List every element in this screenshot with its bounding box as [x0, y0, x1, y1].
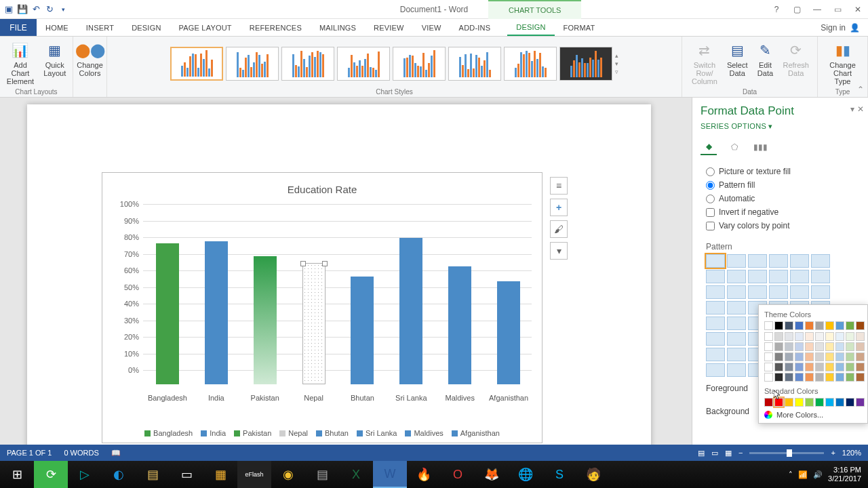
theme-shade-swatch[interactable]	[774, 352, 783, 361]
tray-chevron-icon[interactable]: ˄	[789, 470, 793, 479]
theme-shade-swatch[interactable]	[825, 342, 834, 351]
system-tray[interactable]: ˄ 📶 🔊 3:16 PM 3/21/2017	[782, 466, 868, 483]
theme-shade-swatch[interactable]	[825, 332, 834, 341]
close-button[interactable]: ✕	[848, 0, 868, 19]
chart-styles-more-icon[interactable]: ▴▾▿	[615, 52, 618, 75]
theme-shade-swatch[interactable]	[774, 363, 783, 371]
select-data-button[interactable]: ▤Select Data	[724, 39, 751, 87]
pattern-swatch[interactable]	[769, 254, 788, 268]
undo-icon[interactable]: ↶	[31, 5, 41, 14]
qat-dropdown-icon[interactable]: ▾	[58, 5, 68, 14]
taskbar-app-9[interactable]: ▤	[305, 461, 339, 488]
tab-addins[interactable]: ADD-INS	[450, 19, 500, 36]
theme-shade-swatch[interactable]	[785, 342, 793, 351]
chart-style-2[interactable]	[226, 47, 279, 81]
taskbar-word[interactable]: W	[373, 461, 407, 488]
theme-shade-swatch[interactable]	[795, 342, 804, 351]
invert-if-negative-checkbox[interactable]: Invert if negative	[706, 205, 854, 219]
chart-style-1[interactable]	[170, 47, 223, 81]
vary-colors-checkbox[interactable]: Vary colors by point	[706, 219, 854, 232]
bar-bhutan[interactable]	[351, 277, 374, 384]
theme-shade-swatch[interactable]	[805, 332, 814, 341]
pattern-swatch[interactable]	[706, 348, 725, 361]
picture-fill-radio[interactable]: Picture or texture fill	[706, 165, 854, 178]
theme-shade-swatch[interactable]	[764, 373, 773, 382]
taskbar-app-10[interactable]: 🔥	[407, 461, 441, 488]
theme-shade-swatch[interactable]	[805, 342, 814, 351]
taskbar-firefox[interactable]: 🦊	[475, 461, 509, 488]
pattern-swatch[interactable]	[727, 285, 746, 299]
theme-shade-swatch[interactable]	[774, 332, 783, 341]
theme-shade-swatch[interactable]	[825, 373, 834, 382]
theme-shade-swatch[interactable]	[795, 332, 804, 341]
pattern-swatch[interactable]	[769, 270, 788, 283]
tray-network-icon[interactable]: 📶	[798, 470, 808, 479]
theme-shade-swatch[interactable]	[785, 352, 793, 361]
theme-color-swatch[interactable]	[825, 321, 834, 330]
theme-shade-swatch[interactable]	[805, 373, 814, 382]
sign-in-link[interactable]: Sign in 👤	[812, 19, 868, 36]
restore-button[interactable]: ▭	[827, 0, 848, 19]
pane-close-icon[interactable]: ✕	[857, 104, 864, 114]
standard-color-swatch[interactable]	[764, 398, 773, 407]
theme-shade-swatch[interactable]	[805, 352, 814, 361]
theme-shade-swatch[interactable]	[764, 342, 773, 351]
pattern-swatch[interactable]	[727, 348, 746, 361]
chart-filters-button[interactable]: 🖌	[550, 220, 568, 238]
chart-filter-funnel-button[interactable]: ▾	[550, 242, 568, 260]
theme-shade-swatch[interactable]	[846, 332, 854, 341]
pattern-swatch[interactable]	[811, 254, 830, 268]
tray-volume-icon[interactable]: 🔊	[813, 470, 823, 479]
tab-chart-design[interactable]: DESIGN	[507, 19, 554, 36]
pattern-swatch[interactable]	[727, 301, 746, 314]
theme-shade-swatch[interactable]	[774, 373, 783, 382]
theme-shade-swatch[interactable]	[835, 363, 844, 371]
pane-dropdown-icon[interactable]: ▾	[850, 104, 854, 114]
theme-color-swatch[interactable]	[774, 321, 783, 330]
zoom-level[interactable]: 120%	[842, 449, 861, 457]
pattern-swatch[interactable]	[706, 270, 725, 283]
theme-shade-swatch[interactable]	[785, 332, 793, 341]
zoom-slider[interactable]	[749, 452, 824, 454]
pattern-fill-radio[interactable]: Pattern fill	[706, 178, 854, 192]
theme-color-swatch[interactable]	[785, 321, 793, 330]
theme-shade-swatch[interactable]	[856, 373, 865, 382]
theme-color-swatch[interactable]	[764, 321, 773, 330]
more-colors-button[interactable]: More Colors...	[764, 411, 862, 419]
pattern-swatch[interactable]	[727, 332, 746, 346]
theme-shade-swatch[interactable]	[846, 342, 854, 351]
taskbar-opera[interactable]: O	[441, 461, 475, 488]
redo-icon[interactable]: ↻	[45, 5, 54, 14]
legend-item[interactable]: Bhutan	[316, 429, 349, 437]
standard-color-swatch[interactable]	[856, 398, 865, 407]
theme-shade-swatch[interactable]	[846, 363, 854, 371]
theme-color-swatch[interactable]	[846, 321, 854, 330]
taskbar-app-2[interactable]: ▷	[68, 461, 102, 488]
theme-color-swatch[interactable]	[835, 321, 844, 330]
pattern-swatch[interactable]	[727, 254, 746, 268]
pattern-swatch[interactable]	[790, 254, 809, 268]
effects-icon[interactable]: ⬠	[726, 139, 743, 155]
standard-color-swatch[interactable]	[825, 398, 834, 407]
bar-bangladesh[interactable]	[156, 243, 179, 384]
theme-shade-swatch[interactable]	[835, 342, 844, 351]
change-chart-type-button[interactable]: ▮▮Change Chart Type	[823, 39, 862, 87]
taskbar-app-4[interactable]: ▤	[136, 461, 170, 488]
bar-afganisthan[interactable]	[497, 281, 520, 384]
chart-title[interactable]: Education Rate	[109, 184, 535, 195]
theme-shade-swatch[interactable]	[856, 352, 865, 361]
chart-style-6[interactable]	[448, 47, 501, 81]
theme-color-swatch[interactable]	[856, 321, 865, 330]
pattern-swatch[interactable]	[727, 363, 746, 377]
tab-insert[interactable]: INSERT	[77, 19, 123, 36]
theme-shade-swatch[interactable]	[764, 363, 773, 371]
theme-shade-swatch[interactable]	[856, 363, 865, 371]
theme-shade-swatch[interactable]	[815, 352, 824, 361]
pattern-swatch[interactable]	[811, 270, 830, 283]
pattern-swatch[interactable]	[790, 285, 809, 299]
tab-page-layout[interactable]: PAGE LAYOUT	[170, 19, 241, 36]
save-icon[interactable]: 💾	[18, 5, 27, 14]
theme-shade-swatch[interactable]	[835, 352, 844, 361]
pattern-swatch[interactable]	[748, 285, 767, 299]
minimize-button[interactable]: —	[807, 0, 827, 19]
